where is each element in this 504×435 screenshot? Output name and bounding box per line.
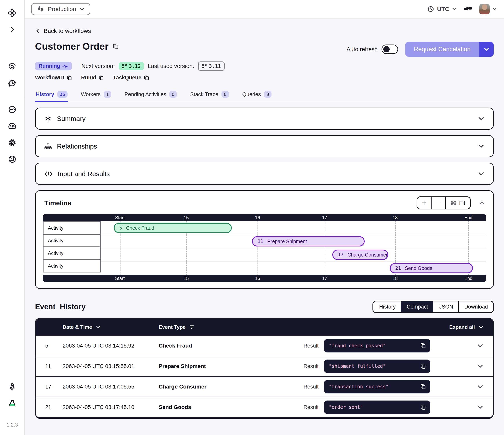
view-compact-button[interactable]: Compact <box>401 301 433 312</box>
timeline-tick-label: 18 <box>393 275 398 282</box>
expand-all-button[interactable]: Expand all <box>430 324 484 330</box>
app-root: 1.2.3 Production UTC <box>0 0 504 435</box>
timeline-row-labels: Activity Activity Activity Activity <box>43 221 101 275</box>
timeline-bar-check-fraud[interactable]: 5Check Fraud <box>114 223 232 233</box>
timezone-label: UTC <box>437 6 449 12</box>
sort-by-datetime[interactable]: Date & Time <box>63 324 159 330</box>
timeline-axis-top: Start15161718End <box>43 214 486 221</box>
feedback-glasses-icon[interactable] <box>463 4 473 14</box>
event-row-charge-consumer[interactable]: 17 2063-04-05 UTC 03:17:05.55 Charge Con… <box>36 376 493 397</box>
event-datetime: 2063-04-05 UTC 03:17:05.55 <box>63 384 159 390</box>
copy-result-icon[interactable] <box>420 342 426 349</box>
environment-selector[interactable]: Production <box>31 3 90 15</box>
copy-result-icon[interactable] <box>420 363 426 369</box>
user-menu[interactable] <box>479 4 497 14</box>
result-label: Result <box>289 363 324 369</box>
summary-section[interactable]: Summary <box>35 108 494 130</box>
clock-icon <box>427 6 434 13</box>
chevron-down-icon[interactable] <box>478 143 485 149</box>
expand-row-chevron-icon[interactable] <box>477 404 484 411</box>
result-value-pill[interactable]: "order sent" <box>324 400 430 414</box>
zoom-in-button[interactable]: + <box>417 197 432 209</box>
copy-result-icon[interactable] <box>420 404 426 410</box>
timezone-selector[interactable]: UTC <box>427 6 457 13</box>
top-bar: Production UTC <box>25 0 504 19</box>
expand-row-chevron-icon[interactable] <box>477 363 484 370</box>
result-label: Result <box>289 343 324 349</box>
event-row-send-goods[interactable]: 21 2063-04-05 UTC 03:17:45.10 Send Goods… <box>36 397 493 417</box>
back-link-label: Back to workflows <box>44 28 91 34</box>
event-row-prepare-shipment[interactable]: 11 2063-04-05 UTC 03:15:55.01 Prepare Sh… <box>36 356 493 376</box>
getting-started-rocket-icon[interactable] <box>6 381 18 393</box>
tab-history[interactable]: History25 <box>35 89 68 102</box>
event-row-check-fraud[interactable]: 5 2063-04-05 UTC 03:14:15.92 Check Fraud… <box>36 335 493 356</box>
namespaces-icon[interactable] <box>6 104 18 115</box>
event-history-title: Event History <box>35 303 86 311</box>
fit-label: Fit <box>459 200 465 206</box>
fit-button[interactable]: Fit <box>446 197 470 209</box>
app-logo-icon[interactable] <box>6 7 18 19</box>
schedules-icon[interactable] <box>6 77 18 89</box>
request-cancelation-button[interactable]: Request Cancelation <box>405 42 494 57</box>
download-button[interactable]: Download <box>458 301 493 312</box>
settings-gear-icon[interactable] <box>6 137 18 148</box>
copy-result-icon[interactable] <box>420 384 426 390</box>
event-id: 5 <box>45 343 63 349</box>
support-lifebuoy-icon[interactable] <box>6 153 18 165</box>
view-json-button[interactable]: JSON <box>433 301 458 312</box>
workflows-icon[interactable] <box>6 61 18 73</box>
expand-row-chevron-icon[interactable] <box>477 342 484 349</box>
zoom-out-button[interactable]: − <box>432 197 446 209</box>
workflow-id-chip[interactable]: WorkflowID <box>35 75 72 81</box>
collapse-timeline-chevron-icon[interactable] <box>479 200 485 206</box>
result-value-pill[interactable]: "shipment fulfilled" <box>324 360 430 373</box>
result-label: Result <box>289 384 324 390</box>
event-type: Check Fraud <box>159 342 289 349</box>
sidebar-divider <box>0 97 25 97</box>
input-results-section[interactable]: Input and Results <box>35 163 494 185</box>
app-version: 1.2.3 <box>7 422 18 428</box>
event-datetime: 2063-04-05 UTC 03:17:45.10 <box>63 404 159 410</box>
tab-stack-trace[interactable]: Stack Trace0 <box>189 89 230 102</box>
labs-flask-icon[interactable] <box>6 397 18 409</box>
chevron-down-icon <box>452 7 457 11</box>
expand-sidebar-chevron-icon[interactable] <box>6 24 18 36</box>
chevron-down-icon <box>80 7 85 12</box>
expand-row-chevron-icon[interactable] <box>477 383 484 390</box>
usage-gauge-icon[interactable] <box>6 120 18 132</box>
timeline-bar-prepare-shipment[interactable]: 11Prepare Shipment <box>252 236 365 246</box>
tab-queries[interactable]: Queries0 <box>242 89 272 102</box>
back-to-workflows-link[interactable]: Back to workflows <box>35 28 91 34</box>
timeline-title: Timeline <box>44 199 71 207</box>
event-id: 17 <box>45 384 63 390</box>
timeline-section: Timeline + − Fit <box>35 190 494 289</box>
copy-icon[interactable] <box>144 75 150 81</box>
event-type: Send Goods <box>159 404 289 410</box>
timeline-gridline <box>325 221 325 275</box>
avatar[interactable] <box>479 4 490 14</box>
timeline-zoom-controls: + − Fit <box>417 196 471 209</box>
timeline-axis-bottom: Start15161718End <box>43 275 486 282</box>
tab-workers[interactable]: Workers1 <box>80 89 112 102</box>
cancelation-menu-chevron[interactable] <box>479 42 494 57</box>
copy-icon[interactable] <box>99 75 104 81</box>
chevron-down-icon <box>492 7 497 11</box>
timeline-bar-send-goods[interactable]: 21Send Goods <box>390 263 473 273</box>
chevron-down-icon[interactable] <box>478 115 485 122</box>
result-value-pill[interactable]: "fraud check passed" <box>324 339 430 352</box>
filter-icon <box>189 324 194 330</box>
timeline-bar-charge-consumer[interactable]: 17Charge Consumer <box>332 250 388 260</box>
result-value: "order sent" <box>329 405 420 410</box>
run-id-chip[interactable]: RunId <box>81 75 104 81</box>
view-history-button[interactable]: History <box>373 301 401 312</box>
task-queue-chip[interactable]: TaskQueue <box>113 75 150 81</box>
copy-icon[interactable] <box>67 75 72 81</box>
chevron-down-icon[interactable] <box>478 170 485 177</box>
auto-refresh-toggle[interactable] <box>382 45 398 54</box>
result-value-pill[interactable]: "transaction success" <box>324 380 430 393</box>
relationships-section[interactable]: Relationships <box>35 135 494 157</box>
event-id: 21 <box>45 404 63 410</box>
filter-event-type[interactable]: Event Type <box>159 324 289 330</box>
tab-pending-activities[interactable]: Pending Activities0 <box>124 89 178 102</box>
copy-title-icon[interactable] <box>113 43 119 50</box>
